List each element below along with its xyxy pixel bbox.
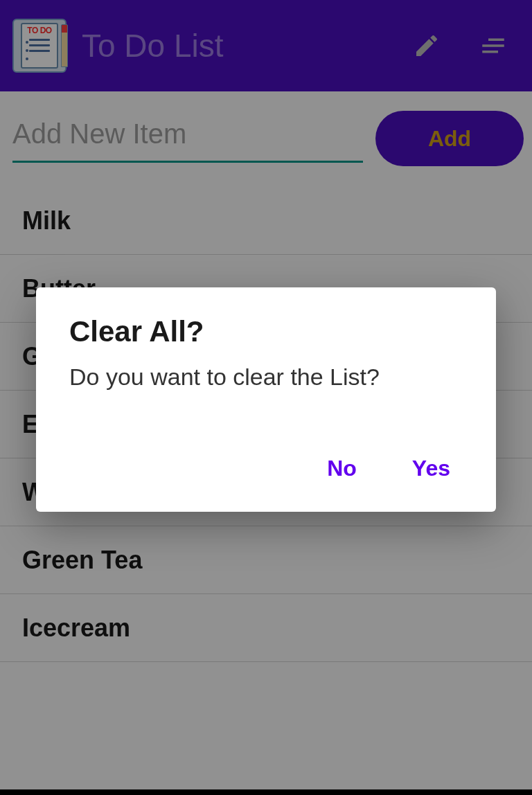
system-navbar (0, 789, 532, 795)
clear-all-dialog: Clear All? Do you want to clear the List… (36, 287, 496, 512)
dialog-title: Clear All? (69, 315, 463, 348)
dialog-message: Do you want to clear the List? (69, 364, 463, 391)
dialog-no-button[interactable]: No (324, 450, 360, 487)
dialog-scrim[interactable]: Clear All? Do you want to clear the List… (0, 0, 532, 795)
dialog-yes-button[interactable]: Yes (409, 450, 453, 487)
